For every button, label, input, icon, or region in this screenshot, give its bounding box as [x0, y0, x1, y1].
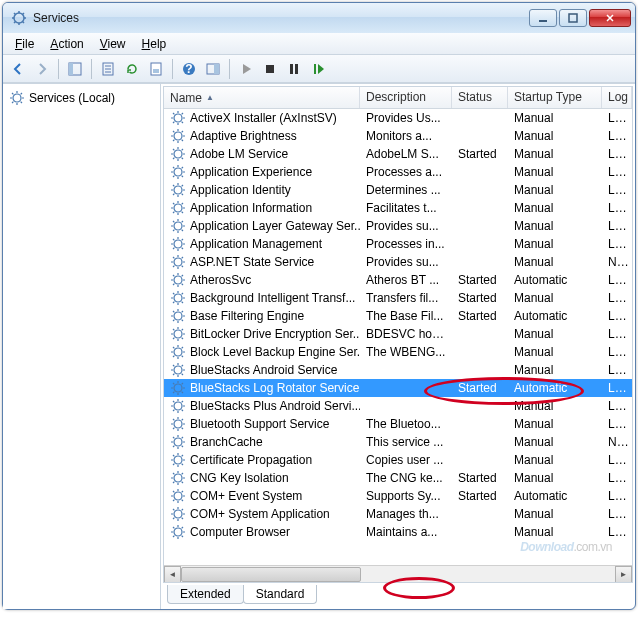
cell-description: This service ...: [360, 435, 452, 449]
table-row[interactable]: ActiveX Installer (AxInstSV)Provides Us.…: [164, 109, 632, 127]
pause-service-button[interactable]: [283, 58, 305, 80]
table-row[interactable]: BranchCacheThis service ...ManualNet: [164, 433, 632, 451]
gear-icon: [170, 200, 186, 216]
col-header-status[interactable]: Status: [452, 87, 508, 108]
table-row[interactable]: Application IdentityDetermines ...Manual…: [164, 181, 632, 199]
col-header-logon[interactable]: Log: [602, 87, 632, 108]
export-list-button[interactable]: [97, 58, 119, 80]
table-row[interactable]: BlueStacks Android ServiceManualLoc: [164, 361, 632, 379]
cell-logon: Loc: [602, 129, 632, 143]
cell-startup: Manual: [508, 183, 602, 197]
gear-icon: [170, 164, 186, 180]
menu-file[interactable]: File: [7, 35, 42, 53]
cell-description: Manages th...: [360, 507, 452, 521]
table-row[interactable]: CNG Key IsolationThe CNG ke...StartedMan…: [164, 469, 632, 487]
restart-service-button[interactable]: [307, 58, 329, 80]
scroll-right-button[interactable]: ►: [615, 566, 632, 583]
table-row[interactable]: Block Level Backup Engine Ser...The WBEN…: [164, 343, 632, 361]
left-tree-pane[interactable]: Services (Local): [3, 84, 161, 609]
minimize-button[interactable]: [529, 9, 557, 27]
gear-icon: [170, 290, 186, 306]
cell-name: Application Layer Gateway Ser...: [164, 218, 360, 234]
svg-point-17: [174, 114, 182, 122]
menu-help[interactable]: Help: [134, 35, 175, 53]
gear-icon: [170, 254, 186, 270]
table-row[interactable]: Application InformationFacilitates t...M…: [164, 199, 632, 217]
cell-description: Provides su...: [360, 255, 452, 269]
table-row[interactable]: Computer BrowserMaintains a...ManualLoc: [164, 523, 632, 541]
show-hide-tree-button[interactable]: [64, 58, 86, 80]
table-row[interactable]: Application Layer Gateway Ser...Provides…: [164, 217, 632, 235]
cell-name: COM+ System Application: [164, 506, 360, 522]
svg-point-23: [174, 222, 182, 230]
cell-description: Atheros BT ...: [360, 273, 452, 287]
table-row[interactable]: Adobe LM ServiceAdobeLM S...StartedManua…: [164, 145, 632, 163]
table-row[interactable]: AtherosSvcAtheros BT ...StartedAutomatic…: [164, 271, 632, 289]
table-row[interactable]: COM+ Event SystemSupports Sy...StartedAu…: [164, 487, 632, 505]
svg-point-33: [174, 402, 182, 410]
table-row[interactable]: BlueStacks Plus Android Servi...ManualLo…: [164, 397, 632, 415]
cell-description: Determines ...: [360, 183, 452, 197]
start-service-button[interactable]: [235, 58, 257, 80]
table-row[interactable]: Background Intelligent Transf...Transfer…: [164, 289, 632, 307]
table-row[interactable]: Certificate PropagationCopies user ...Ma…: [164, 451, 632, 469]
tree-root-services-local[interactable]: Services (Local): [5, 88, 158, 108]
gear-icon: [170, 308, 186, 324]
titlebar[interactable]: Services: [3, 3, 635, 33]
svg-point-16: [13, 94, 21, 102]
tab-extended[interactable]: Extended: [167, 585, 244, 604]
table-row[interactable]: COM+ System ApplicationManages th...Manu…: [164, 505, 632, 523]
menu-view[interactable]: View: [92, 35, 134, 53]
gear-icon: [9, 90, 25, 106]
action-pane-button[interactable]: [202, 58, 224, 80]
svg-point-34: [174, 420, 182, 428]
table-row[interactable]: BitLocker Drive Encryption Ser...BDESVC …: [164, 325, 632, 343]
cell-logon: Loc: [602, 345, 632, 359]
stop-service-button[interactable]: [259, 58, 281, 80]
cell-logon: Loc: [602, 183, 632, 197]
refresh-button[interactable]: [121, 58, 143, 80]
cell-name: Background Intelligent Transf...: [164, 290, 360, 306]
maximize-button[interactable]: [559, 9, 587, 27]
table-row[interactable]: Adaptive BrightnessMonitors a...ManualLo…: [164, 127, 632, 145]
svg-rect-2: [569, 14, 577, 22]
back-button[interactable]: [7, 58, 29, 80]
col-header-description[interactable]: Description: [360, 87, 452, 108]
scroll-left-button[interactable]: ◄: [164, 566, 181, 583]
horizontal-scrollbar[interactable]: ◄ ►: [164, 565, 632, 582]
cell-startup: Automatic: [508, 489, 602, 503]
cell-startup: Manual: [508, 435, 602, 449]
table-row[interactable]: Base Filtering EngineThe Base Fil...Star…: [164, 307, 632, 325]
properties-button[interactable]: [145, 58, 167, 80]
close-button[interactable]: [589, 9, 631, 27]
cell-name: Computer Browser: [164, 524, 360, 540]
cell-name: ActiveX Installer (AxInstSV): [164, 110, 360, 126]
svg-point-27: [174, 294, 182, 302]
table-row[interactable]: Application ExperienceProcesses a...Manu…: [164, 163, 632, 181]
table-row[interactable]: Application ManagementProcesses in...Man…: [164, 235, 632, 253]
tab-standard[interactable]: Standard: [243, 585, 318, 604]
cell-logon: Loc: [602, 489, 632, 503]
svg-rect-7: [153, 69, 159, 73]
scroll-thumb[interactable]: [181, 567, 361, 582]
cell-logon: Loc: [602, 273, 632, 287]
menu-action[interactable]: Action: [42, 35, 91, 53]
cell-logon: Loc: [602, 291, 632, 305]
cell-name: Application Identity: [164, 182, 360, 198]
list-body[interactable]: ActiveX Installer (AxInstSV)Provides Us.…: [164, 109, 632, 565]
cell-name: BlueStacks Android Service: [164, 362, 360, 378]
svg-point-21: [174, 186, 182, 194]
forward-button[interactable]: [31, 58, 53, 80]
table-row[interactable]: BlueStacks Log Rotator ServiceStartedAut…: [164, 379, 632, 397]
cell-logon: Loc: [602, 417, 632, 431]
table-row[interactable]: Bluetooth Support ServiceThe Bluetoo...M…: [164, 415, 632, 433]
col-header-name[interactable]: Name▲: [164, 87, 360, 108]
cell-description: The CNG ke...: [360, 471, 452, 485]
cell-name: CNG Key Isolation: [164, 470, 360, 486]
svg-point-28: [174, 312, 182, 320]
col-header-startup-type[interactable]: Startup Type: [508, 87, 602, 108]
cell-description: The Bluetoo...: [360, 417, 452, 431]
help-button[interactable]: ?: [178, 58, 200, 80]
table-row[interactable]: ASP.NET State ServiceProvides su...Manua…: [164, 253, 632, 271]
gear-icon: [170, 434, 186, 450]
